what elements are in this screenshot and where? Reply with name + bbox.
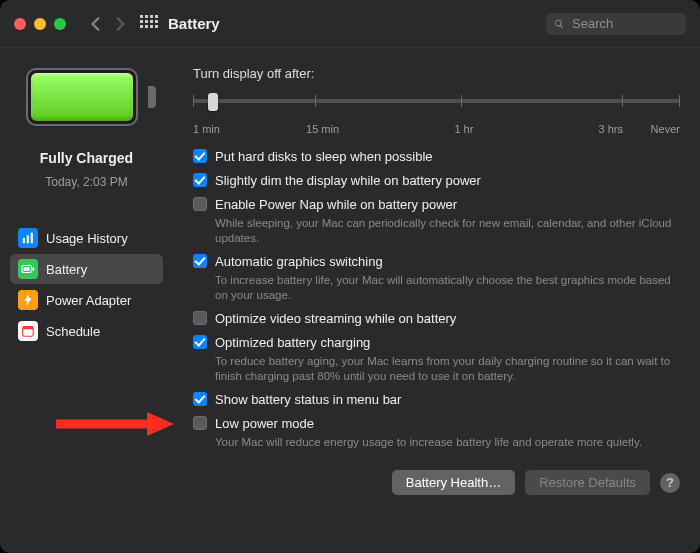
footer: Battery Health… Restore Defaults ? [193,470,680,495]
battery-icon [18,259,38,279]
back-button[interactable] [86,14,106,34]
sidebar-item-schedule[interactable]: Schedule [10,316,163,346]
svg-rect-3 [155,15,158,18]
option-title: Optimize video streaming while on batter… [215,311,680,327]
battery-preferences-window: Battery Fully Charged Today, 2:03 PM Usa… [0,0,700,553]
window-title: Battery [168,15,220,32]
option-description: To reduce battery aging, your Mac learns… [215,354,680,384]
checkbox[interactable] [193,335,207,349]
sidebar-item-label: Power Adapter [46,293,131,308]
option-title: Put hard disks to sleep when possible [215,149,680,165]
option-description: While sleeping, your Mac can periodicall… [215,216,680,246]
help-button[interactable]: ? [660,473,680,493]
svg-rect-7 [155,20,158,23]
checkbox[interactable] [193,392,207,406]
sidebar-item-label: Battery [46,262,87,277]
sidebar-item-label: Schedule [46,324,100,339]
search-field[interactable] [546,13,686,35]
option-row: Optimize video streaming while on batter… [193,311,680,327]
svg-rect-0 [140,15,143,18]
option-title: Automatic graphics switching [215,254,680,270]
svg-rect-6 [150,20,153,23]
svg-rect-8 [140,25,143,28]
svg-rect-10 [150,25,153,28]
checkbox[interactable] [193,311,207,325]
battery-health-button[interactable]: Battery Health… [392,470,515,495]
svg-rect-13 [27,235,29,243]
option-row: Optimized battery chargingTo reduce batt… [193,335,680,384]
option-row: Low power modeYour Mac will reduce energ… [193,416,680,450]
sidebar-nav: Usage History Battery Power Adapter [10,223,163,346]
usage-history-icon [18,228,38,248]
battery-status-time: Today, 2:03 PM [45,175,128,189]
option-title: Enable Power Nap while on battery power [215,197,680,213]
checkbox[interactable] [193,416,207,430]
option-title: Low power mode [215,416,680,432]
sidebar-item-label: Usage History [46,231,128,246]
checkbox[interactable] [193,254,207,268]
svg-rect-12 [23,238,25,243]
sidebar-item-power-adapter[interactable]: Power Adapter [10,285,163,315]
slider-tick-labels: 1 min 15 min 1 hr 3 hrs Never [193,123,680,135]
sidebar-item-battery[interactable]: Battery [10,254,163,284]
svg-rect-16 [32,267,34,271]
svg-rect-1 [145,15,148,18]
option-description: To increase battery life, your Mac will … [215,273,680,303]
close-button[interactable] [14,18,26,30]
battery-graphic [26,68,148,126]
option-row: Show battery status in menu bar [193,392,680,408]
all-prefs-icon[interactable] [140,15,158,33]
option-title: Show battery status in menu bar [215,392,680,408]
option-row: Put hard disks to sleep when possible [193,149,680,165]
svg-rect-9 [145,25,148,28]
option-title: Optimized battery charging [215,335,680,351]
svg-rect-11 [155,25,158,28]
checkbox[interactable] [193,197,207,211]
window-controls [14,18,66,30]
restore-defaults-button[interactable]: Restore Defaults [525,470,650,495]
search-input[interactable] [570,15,678,32]
forward-button[interactable] [110,14,130,34]
battery-status-title: Fully Charged [40,150,133,166]
checkbox[interactable] [193,173,207,187]
svg-rect-19 [23,327,34,330]
display-off-slider[interactable] [193,91,680,119]
svg-rect-17 [24,267,30,271]
main-panel: Turn display off after: 1 min 15 min 1 h… [173,48,700,553]
minimize-button[interactable] [34,18,46,30]
schedule-icon [18,321,38,341]
svg-rect-2 [150,15,153,18]
checkbox[interactable] [193,149,207,163]
svg-rect-14 [31,233,33,244]
option-row: Enable Power Nap while on battery powerW… [193,197,680,246]
search-icon [554,18,564,30]
display-off-label: Turn display off after: [193,66,680,81]
power-adapter-icon [18,290,38,310]
option-title: Slightly dim the display while on batter… [215,173,680,189]
option-row: Slightly dim the display while on batter… [193,173,680,189]
option-description: Your Mac will reduce energy usage to inc… [215,435,680,450]
sidebar: Fully Charged Today, 2:03 PM Usage Histo… [0,48,173,553]
svg-rect-5 [145,20,148,23]
sidebar-item-usage-history[interactable]: Usage History [10,223,163,253]
option-row: Automatic graphics switchingTo increase … [193,254,680,303]
titlebar: Battery [0,0,700,48]
zoom-button[interactable] [54,18,66,30]
svg-rect-4 [140,20,143,23]
